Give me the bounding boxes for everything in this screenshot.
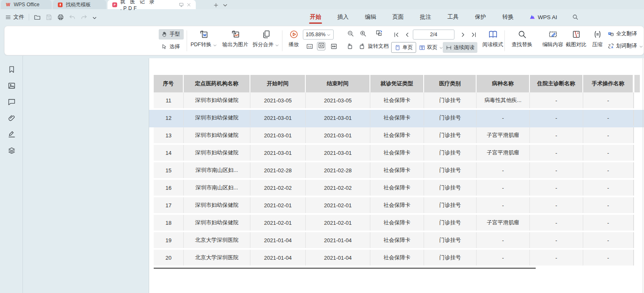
rotate-pages-button[interactable] bbox=[374, 30, 383, 38]
menu-insert[interactable]: 插入 bbox=[337, 10, 349, 25]
first-page-button[interactable] bbox=[392, 31, 400, 40]
table-cell: 12 bbox=[154, 110, 184, 126]
table-row[interactable]: 16深圳市南山区妇...2021-02-022021-02-02社会保障卡门诊挂… bbox=[154, 180, 640, 196]
redo-icon[interactable] bbox=[80, 14, 87, 21]
attachment-icon[interactable] bbox=[7, 114, 16, 122]
table-cell: - bbox=[477, 232, 530, 248]
signature-pen-icon[interactable] bbox=[7, 130, 16, 139]
tab-document-pdf[interactable]: P 就 医 记 录 .PDF bbox=[107, 0, 196, 9]
edit-pencil-icon bbox=[548, 30, 558, 39]
single-page-mode-button[interactable]: 单页 bbox=[391, 42, 416, 53]
wps-ai-button[interactable]: WPS AI bbox=[529, 14, 557, 20]
menu-annotate[interactable]: 批注 bbox=[419, 10, 432, 25]
table-cell: 15 bbox=[154, 162, 184, 178]
comment-icon[interactable] bbox=[7, 98, 16, 106]
toolbar: 手型 选择 PDF转换 输出为图片 拆分合并 播放 105.88% 1:1 bbox=[4, 26, 644, 55]
table-cell: 社会保障卡 bbox=[370, 215, 424, 231]
table-cell: 门诊挂号 bbox=[424, 92, 477, 108]
table-cell: 2021-03-01 bbox=[250, 145, 306, 161]
table-cell: - bbox=[583, 232, 634, 248]
menu-protect[interactable]: 保护 bbox=[474, 10, 487, 25]
bookmark-icon[interactable] bbox=[7, 65, 16, 74]
page-number-input[interactable]: 2/4 bbox=[413, 30, 454, 40]
continuous-reading-button[interactable]: 连续阅读 bbox=[443, 42, 477, 53]
tab-wps-office[interactable]: W WPS Office bbox=[1, 0, 52, 9]
table-row[interactable]: 15深圳市南山区妇...2021-02-282021-02-28社会保障卡门诊挂… bbox=[154, 162, 640, 178]
table-row[interactable]: 19北京大学深圳医院2021-01-042021-01-04社会保障卡门诊挂号-… bbox=[154, 232, 640, 248]
layers-icon[interactable] bbox=[7, 146, 16, 155]
tab-template-store[interactable]: 找稿壳模板 bbox=[53, 0, 106, 9]
menu-home[interactable]: 开始 bbox=[309, 10, 322, 25]
cast-screen-icon[interactable] bbox=[179, 2, 184, 7]
table-cell: 深圳市妇幼保健院 bbox=[184, 110, 250, 126]
tab-label: WPS Office bbox=[14, 2, 40, 7]
actual-size-button[interactable]: 1:1 bbox=[305, 43, 314, 51]
rotate-right-button[interactable] bbox=[358, 43, 366, 51]
full-text-translate-button[interactable]: A字 全文翻译 bbox=[608, 29, 643, 39]
table-cell-partial bbox=[634, 180, 640, 196]
prev-page-button[interactable] bbox=[403, 31, 411, 40]
save-icon[interactable] bbox=[45, 14, 52, 21]
table-row[interactable]: 13深圳市妇幼保健院2021-03-012021-03-01社会保障卡门诊挂号子… bbox=[154, 127, 640, 143]
table-cell: - bbox=[530, 232, 583, 248]
menu-convert[interactable]: 转换 bbox=[502, 10, 514, 25]
split-merge-button[interactable]: 拆分合并 bbox=[251, 29, 280, 54]
zoom-out-button[interactable] bbox=[346, 30, 354, 38]
chevron-down-icon bbox=[275, 43, 279, 47]
pdf-convert-button[interactable]: PDF转换 bbox=[189, 29, 219, 54]
table-row[interactable]: 20北京大学深圳医院2021-01-042021-01-04社会保障卡门诊挂号-… bbox=[154, 250, 640, 266]
table-cell: 社会保障卡 bbox=[370, 250, 424, 266]
fit-page-button[interactable] bbox=[317, 42, 325, 50]
menu-tools[interactable]: 工具 bbox=[447, 10, 459, 25]
tab-list-button[interactable] bbox=[221, 0, 229, 9]
table-cell: 14 bbox=[154, 145, 184, 161]
table-cell: 2021-02-01 bbox=[306, 215, 370, 231]
select-tool-button[interactable]: 选择 bbox=[159, 42, 184, 52]
table-cell: 社会保障卡 bbox=[370, 127, 424, 143]
word-translate-button[interactable]: 文A 划词翻译 bbox=[608, 41, 643, 51]
search-icon[interactable] bbox=[572, 14, 579, 20]
thumbnail-icon[interactable] bbox=[7, 82, 16, 90]
menu-page[interactable]: 页面 bbox=[392, 10, 404, 25]
screenshot-compare-button[interactable]: 截图对比 bbox=[562, 29, 590, 54]
next-page-button[interactable] bbox=[459, 31, 467, 40]
find-replace-button[interactable]: 查找替换 bbox=[507, 29, 537, 54]
fit-width-button[interactable] bbox=[329, 43, 338, 51]
table-cell: 2021-03-05 bbox=[250, 92, 306, 108]
table-cell: 子宫平滑肌瘤 bbox=[477, 145, 530, 161]
table-cell: 2021-01-04 bbox=[306, 232, 370, 248]
table-row[interactable]: 12深圳市妇幼保健院2021-03-012021-03-01社会保障卡门诊挂号-… bbox=[154, 110, 640, 126]
compress-button[interactable]: 压缩 bbox=[588, 29, 607, 54]
new-tab-button[interactable] bbox=[212, 0, 220, 9]
play-button[interactable]: 播放 bbox=[284, 29, 304, 54]
single-page-label: 单页 bbox=[402, 44, 413, 51]
double-page-mode-button[interactable]: 双页 bbox=[416, 42, 446, 53]
undo-icon[interactable] bbox=[69, 14, 76, 21]
cursor-icon bbox=[161, 44, 167, 50]
table-row[interactable]: 17深圳市妇幼保健院2021-02-012021-02-01社会保障卡门诊挂号-… bbox=[154, 197, 640, 213]
table-row[interactable]: 18深圳市妇幼保健院2021-02-012021-02-01社会保障卡门诊挂号子… bbox=[154, 215, 640, 231]
menu-edit[interactable]: 编辑 bbox=[364, 10, 377, 25]
table-row[interactable]: 11深圳市妇幼保健院2021-03-052021-03-05社会保障卡门诊挂号病… bbox=[154, 92, 640, 108]
table-cell: - bbox=[530, 145, 583, 161]
output-as-image-button[interactable]: 输出为图片 bbox=[220, 29, 251, 54]
table-cell: - bbox=[583, 92, 634, 108]
table-cell: 2021-03-05 bbox=[306, 92, 370, 108]
hand-tool-button[interactable]: 手型 bbox=[159, 29, 184, 40]
file-menu-button[interactable]: 文件 bbox=[5, 13, 24, 21]
chevron-down-icon[interactable] bbox=[92, 15, 97, 20]
zoom-level-select[interactable]: 105.88% bbox=[303, 30, 334, 40]
table-row[interactable]: 14深圳市妇幼保健院2021-03-012021-03-01社会保障卡门诊挂号子… bbox=[154, 145, 640, 161]
open-file-icon[interactable] bbox=[34, 14, 41, 21]
reading-mode-button[interactable]: 阅读模式 bbox=[479, 29, 506, 54]
ribbon-menus: 开始 插入 编辑 页面 批注 工具 保护 转换 WPS AI bbox=[309, 9, 579, 25]
rotate-left-button[interactable] bbox=[345, 43, 354, 51]
close-tab-icon[interactable] bbox=[186, 2, 192, 7]
rotate-document-button[interactable]: 旋转文档 bbox=[365, 43, 391, 51]
last-page-button[interactable] bbox=[469, 31, 478, 40]
zoom-in-button[interactable] bbox=[359, 30, 367, 38]
print-icon[interactable] bbox=[57, 14, 64, 21]
pdf-convert-label: PDF转换 bbox=[191, 41, 212, 48]
table-cell: 门诊挂号 bbox=[424, 127, 477, 143]
document-viewport[interactable]: 序号定点医药机构名称开始时间结束时间就诊凭证类型医疗类别病种名称住院主诊断名称手… bbox=[23, 56, 644, 293]
